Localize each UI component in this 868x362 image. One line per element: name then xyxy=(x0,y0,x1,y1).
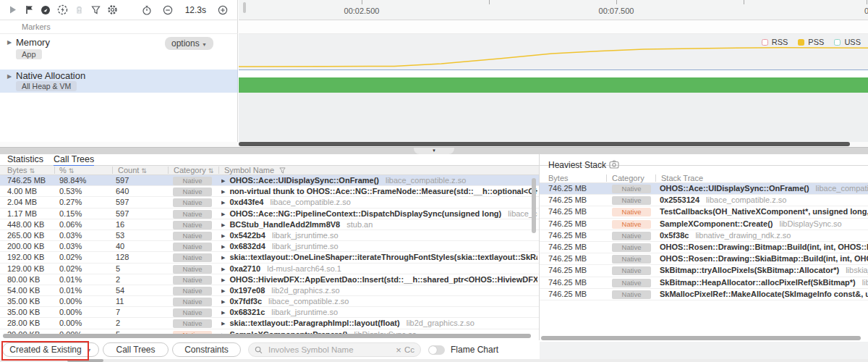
symbol-name: 0xd43fe4 xyxy=(229,198,263,206)
expand-icon[interactable]: ▶ xyxy=(221,233,225,238)
tab-call-trees[interactable]: Call Trees xyxy=(54,154,94,167)
ruler-range-handle[interactable] xyxy=(243,2,246,13)
match-case-toggle[interactable]: Cc xyxy=(404,345,414,354)
expand-icon[interactable]: ▶ xyxy=(221,299,225,304)
record-icon[interactable] xyxy=(39,4,52,17)
table-row[interactable]: 54.00 KB0.01%54Native▶0x197e08lib2d_grap… xyxy=(0,285,539,296)
col-category[interactable]: Category xyxy=(612,174,644,182)
legend-item-uss[interactable]: USS xyxy=(834,38,861,46)
panel-splitter[interactable]: ▾ xyxy=(0,147,868,154)
expand-icon[interactable]: ▶ xyxy=(221,211,225,216)
expand-icon[interactable]: ▶ xyxy=(221,321,225,326)
expand-icon[interactable]: ▶ xyxy=(221,266,225,272)
zoom-in-icon[interactable] xyxy=(216,4,229,17)
cell-category: Native xyxy=(609,230,654,241)
created-existing-dropdown[interactable]: Created & Existing▼ xyxy=(2,342,99,357)
legend-item-pss[interactable]: PSS xyxy=(798,38,824,46)
play-icon[interactable] xyxy=(6,4,19,17)
table-row[interactable]: 746.25 MB98.84%597Native▶OHOS::Ace::UIDi… xyxy=(0,175,539,186)
constraints-button[interactable]: Constraints xyxy=(172,342,241,357)
expand-icon[interactable]: ▶ xyxy=(221,277,225,282)
legend-item-rss[interactable]: RSS xyxy=(762,38,788,46)
table-row[interactable]: 28.00 KB0.00%2Native▶skia::textlayout::P… xyxy=(0,318,539,329)
native-expand-icon[interactable]: ▶ xyxy=(7,73,12,80)
stack-row[interactable]: 746.25 MBNativeOHOS::Rosen::Drawing::Ski… xyxy=(540,253,868,265)
expand-icon[interactable]: ▶ xyxy=(221,189,225,194)
table-row[interactable]: 2.04 MB0.27%597Native▶0xd43fe4libace_com… xyxy=(0,197,539,208)
stack-row[interactable]: 746.25 MBNativeOHOS::Rosen::Drawing::Bit… xyxy=(540,242,868,253)
filter-icon[interactable] xyxy=(89,4,102,17)
native-allocation-lane[interactable] xyxy=(239,70,868,93)
table-row[interactable]: 265.00 KB0.03%53Native▶0x5422b4libark_js… xyxy=(0,230,539,241)
cell-bytes: 746.25 MB xyxy=(548,183,587,194)
energy-profile-icon[interactable] xyxy=(56,4,69,17)
expand-icon[interactable]: ▶ xyxy=(221,178,225,183)
tab-statistics[interactable]: Statistics xyxy=(7,154,43,165)
zoom-out-icon[interactable] xyxy=(161,4,174,17)
copy-stack-icon[interactable] xyxy=(609,160,619,169)
markers-track-lane[interactable] xyxy=(239,20,868,34)
cell-bytes: 200.00 KB xyxy=(7,241,44,251)
col-count[interactable]: Count⇅ xyxy=(118,166,147,175)
cell-symbol: ▶skia::textlayout::ParagraphImpl::layout… xyxy=(221,318,537,329)
library-name: libark_jsruntime.so xyxy=(272,231,339,240)
bottom-scrollbar-thumb[interactable] xyxy=(67,359,103,362)
cell-symbol: ▶OHOS::Ace::UIDisplaySync::OnFrame()liba… xyxy=(221,175,537,186)
flame-chart-label: Flame Chart xyxy=(451,345,498,355)
stack-row[interactable]: 746.25 MBNative0x5f38clibnative_drawing_… xyxy=(540,230,868,242)
stats-horizontal-scrollbar[interactable] xyxy=(3,334,531,338)
stack-row[interactable]: 746.25 MBNativeOHOS::Ace::UIDisplaySync:… xyxy=(540,183,868,195)
settings-gear-icon[interactable] xyxy=(106,4,119,17)
cell-bytes: 129.00 KB xyxy=(7,264,44,274)
stack-row[interactable]: 746.25 MBNativeSkBitmap::tryAllocPixels(… xyxy=(540,265,868,277)
splitter-collapse-handle[interactable]: ▾ xyxy=(414,148,454,154)
stack-row[interactable]: 746.25 MBNativeSampleXComponent::Create(… xyxy=(540,219,868,230)
bottom-toolbar: Created & Existing▼ Call Trees Constrain… xyxy=(0,340,868,359)
table-row[interactable]: 4.00 MB0.53%640Native▶non-virtual thunk … xyxy=(0,186,539,197)
stack-row[interactable]: 746.25 MBNativeSkBitmap::HeapAllocator::… xyxy=(540,277,868,289)
stack-row[interactable]: 746.25 MBNative0x2553124libace_compatibl… xyxy=(540,195,868,206)
table-row[interactable]: 129.00 KB0.02%5Native▶0xa2710ld-musl-aar… xyxy=(0,264,539,274)
memory-options-button[interactable]: options ▼ xyxy=(165,37,213,50)
table-row[interactable]: 448.00 KB0.06%16Native▶BCStub_HandleAdd2… xyxy=(0,219,539,230)
table-row[interactable]: 80.00 KB0.01%2Native▶OHOS::HiviewDFX::Ap… xyxy=(0,274,539,285)
stack-row[interactable]: 746.25 MBNativeTestCallbacks(OH_NativeXC… xyxy=(540,206,868,218)
cell-symbol: ▶OHOS::Ace::NG::PipelineContext::Dispatc… xyxy=(221,209,537,219)
expand-icon[interactable]: ▶ xyxy=(221,310,225,315)
call-trees-button[interactable]: Call Trees xyxy=(103,342,169,357)
col-percent[interactable]: %⇅ xyxy=(59,166,74,175)
expand-icon[interactable]: ▶ xyxy=(221,244,225,249)
expand-icon[interactable]: ▶ xyxy=(221,222,225,227)
stack-row[interactable]: 746.25 MBNativeSkMallocPixelRef::MakeAll… xyxy=(540,289,868,300)
cell-stack-trace: SkMallocPixelRef::MakeAllocate(SkImageIn… xyxy=(660,289,868,300)
cell-symbol: ▶0x68321clibark_jsruntime.so xyxy=(221,307,537,318)
expand-icon[interactable]: ▶ xyxy=(221,200,225,205)
table-row[interactable]: 35.00 KB0.00%7Native▶0x68321clibark_jsru… xyxy=(0,307,539,318)
table-row[interactable]: 1.17 MB0.15%597Native▶OHOS::Ace::NG::Pip… xyxy=(0,209,539,219)
flame-chart-toggle[interactable] xyxy=(428,345,445,355)
col-bytes[interactable]: Bytes⇅ xyxy=(7,166,35,175)
flag-icon[interactable] xyxy=(22,4,35,17)
search-input[interactable] xyxy=(267,345,393,355)
col-category[interactable]: Category⇅ xyxy=(174,166,213,175)
table-row[interactable]: 35.00 KB0.00%11Native▶0x7fdf3clibace_com… xyxy=(0,296,539,307)
cell-symbol: ▶BCStub_HandleAdd2Imm8V8stub.an xyxy=(221,219,537,230)
column-filter-icon[interactable] xyxy=(279,167,286,174)
timeline-ruler[interactable]: 00:02.50000:07.5000 xyxy=(239,0,868,20)
profiler-toolbar: 12.3s xyxy=(0,0,238,20)
col-stack-trace[interactable]: Stack Trace xyxy=(661,174,703,182)
clear-search-icon[interactable]: × xyxy=(396,345,401,355)
cell-stack-trace: OHOS::Rosen::Drawing::SkiaBitmap::Build(… xyxy=(660,253,868,264)
col-symbol-name[interactable]: Symbol Name xyxy=(224,166,286,174)
col-bytes[interactable]: Bytes xyxy=(548,174,569,182)
expand-icon[interactable]: ▶ xyxy=(221,288,225,293)
memory-expand-icon[interactable]: ▶ xyxy=(7,39,12,46)
symbol-search-field[interactable]: × Cc xyxy=(248,342,421,357)
memory-chart-lane[interactable]: RSSPSSUSS xyxy=(239,34,868,70)
table-row[interactable]: 200.00 KB0.03%40Native▶0x6832d4libark_js… xyxy=(0,241,539,252)
cell-symbol: ▶0x7fdf3clibace_compatible.z.so xyxy=(221,296,537,307)
timeline-scrollbar-thumb[interactable] xyxy=(239,142,850,146)
stats-vertical-scrollbar[interactable] xyxy=(532,178,536,233)
expand-icon[interactable]: ▶ xyxy=(221,255,225,260)
table-row[interactable]: 192.00 KB0.02%128Native▶skia::textlayout… xyxy=(0,252,539,263)
